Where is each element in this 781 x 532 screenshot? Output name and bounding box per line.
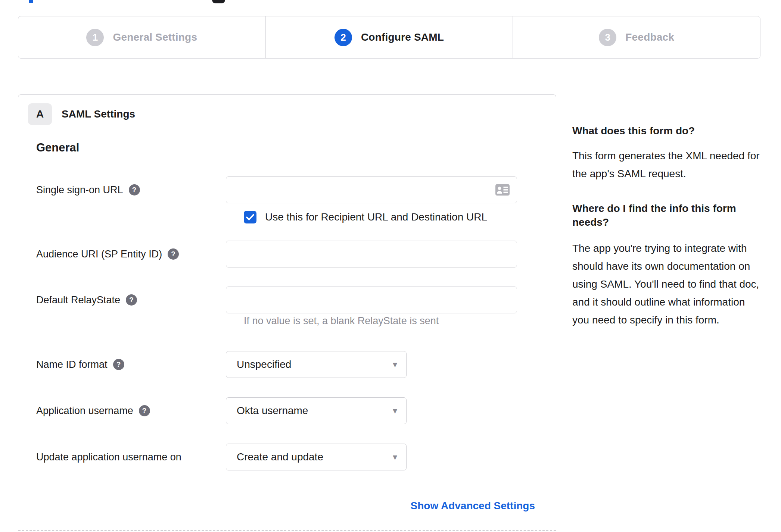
step-label: Feedback [625, 31, 674, 43]
caret-down-icon: ▾ [393, 406, 397, 415]
step-label: Configure SAML [361, 31, 444, 43]
field-row-application-username: Application username ? Okta username ▾ [18, 397, 556, 424]
cutoff-blue-artifact [29, 0, 33, 3]
field-label: Single sign-on URL ? [18, 184, 226, 196]
step-number-badge: 1 [86, 29, 104, 46]
recipient-destination-checkbox[interactable] [244, 211, 256, 223]
audience-uri-input[interactable] [226, 241, 517, 267]
step-feedback[interactable]: 3 Feedback [513, 16, 760, 58]
default-relaystate-input[interactable] [226, 287, 517, 313]
saml-settings-panel: A SAML Settings General Single sign-on U… [18, 94, 556, 532]
step-number-badge: 3 [599, 29, 616, 46]
help-icon[interactable]: ? [113, 359, 124, 370]
cutoff-dark-artifact [212, 0, 225, 3]
wizard-stepper: 1 General Settings 2 Configure SAML 3 Fe… [18, 16, 760, 59]
field-row-update-app-username: Update application username on Create an… [18, 444, 556, 470]
caret-down-icon: ▾ [393, 360, 397, 369]
step-configure-saml[interactable]: 2 Configure SAML [265, 16, 513, 58]
recipient-destination-checkbox-row: Use this for Recipient URL and Destinati… [244, 211, 487, 223]
check-icon [246, 214, 254, 220]
field-label: Name ID format ? [18, 359, 226, 370]
caret-down-icon: ▾ [393, 453, 397, 461]
field-label: Application username ? [18, 405, 226, 417]
help-icon[interactable]: ? [168, 248, 179, 260]
select-value: Okta username [237, 405, 308, 417]
step-label: General Settings [113, 31, 197, 43]
field-row-audience-uri: Audience URI (SP Entity ID) ? [18, 241, 556, 267]
single-sign-on-url-input-wrap [226, 176, 517, 203]
field-row-name-id-format: Name ID format ? Unspecified ▾ [18, 351, 556, 378]
page: 1 General Settings 2 Configure SAML 3 Fe… [0, 0, 781, 532]
section-a-badge: A [28, 103, 52, 125]
help-icon[interactable]: ? [126, 294, 137, 306]
field-label-text: Application username [36, 405, 133, 417]
panel-title: SAML Settings [62, 103, 135, 125]
field-label: Update application username on [18, 451, 226, 463]
application-username-select[interactable]: Okta username ▾ [226, 397, 407, 424]
contact-card-icon [495, 184, 510, 196]
field-label: Default RelayState ? [18, 294, 226, 306]
relaystate-hint: If no value is set, a blank RelayState i… [244, 315, 439, 327]
select-value: Unspecified [237, 359, 291, 370]
field-label: Audience URI (SP Entity ID) ? [18, 248, 226, 260]
help-icon[interactable]: ? [129, 184, 140, 195]
sidebar-para-what: This form generates the XML needed for t… [572, 147, 761, 183]
sidebar-para-where: The app you're trying to integrate with … [572, 240, 761, 329]
field-label-text: Name ID format [36, 359, 108, 370]
field-row-default-relaystate: Default RelayState ? [18, 287, 556, 313]
field-label-text: Audience URI (SP Entity ID) [36, 248, 162, 260]
field-row-single-sign-on-url: Single sign-on URL ? [18, 176, 556, 203]
select-value: Create and update [237, 451, 323, 463]
show-advanced-settings-link[interactable]: Show Advanced Settings [411, 500, 535, 511]
panel-bottom-dashed-divider [18, 530, 556, 531]
general-heading: General [36, 141, 79, 154]
name-id-format-select[interactable]: Unspecified ▾ [226, 351, 407, 378]
step-number-badge: 2 [335, 29, 352, 46]
single-sign-on-url-input[interactable] [226, 176, 517, 203]
field-label-text: Default RelayState [36, 294, 120, 306]
sidebar-heading-where: Where do I find the info this form needs… [572, 201, 761, 229]
help-sidebar: What does this form do? This form genera… [572, 114, 761, 329]
advanced-link-row: Show Advanced Settings [244, 500, 535, 512]
step-general-settings[interactable]: 1 General Settings [18, 16, 265, 58]
sidebar-heading-what: What does this form do? [572, 124, 761, 138]
field-label-text: Update application username on [36, 451, 181, 463]
help-icon[interactable]: ? [139, 405, 150, 416]
recipient-destination-checkbox-label[interactable]: Use this for Recipient URL and Destinati… [265, 211, 487, 223]
field-label-text: Single sign-on URL [36, 184, 123, 196]
update-app-username-select[interactable]: Create and update ▾ [226, 444, 407, 470]
